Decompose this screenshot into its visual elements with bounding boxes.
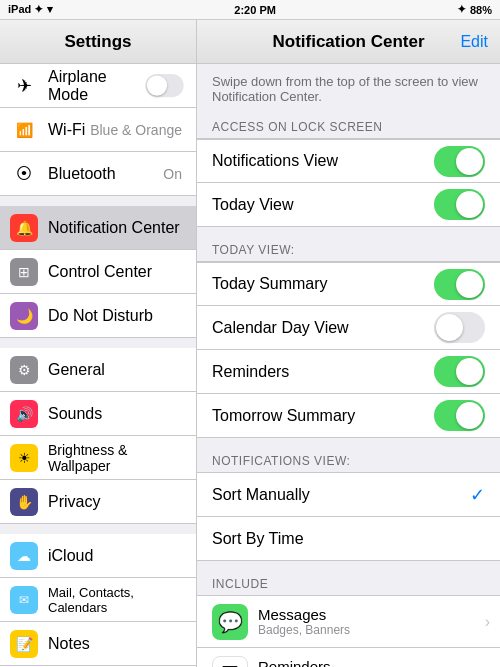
- sidebar-item-brightness[interactable]: ☀ Brightness & Wallpaper: [0, 436, 196, 480]
- brightness-icon: ☀: [10, 444, 38, 472]
- mail-icon: ✉: [10, 586, 38, 614]
- today-summary-toggle[interactable]: [434, 269, 485, 300]
- messages-app-name: Messages: [258, 606, 485, 623]
- wifi-value: Blue & Orange: [90, 122, 182, 138]
- status-bar: iPad ✦ ▾ 2:20 PM ✦ 88%: [0, 0, 500, 20]
- status-battery: 88%: [470, 4, 492, 16]
- messages-include-text: Messages Badges, Banners: [258, 606, 485, 637]
- messages-app-icon: 💬: [212, 604, 248, 640]
- sidebar-label-privacy: Privacy: [48, 493, 186, 511]
- sidebar-item-wifi[interactable]: 📶 Wi-Fi Blue & Orange: [0, 108, 196, 152]
- toggle-label-reminders: Reminders: [212, 363, 434, 381]
- airplane-icon: ✈: [10, 72, 38, 100]
- sidebar-header: Settings: [0, 20, 196, 64]
- sidebar-label-notes: Notes: [48, 635, 186, 653]
- notif-center-icon: 🔔: [10, 214, 38, 242]
- sidebar-item-bluetooth[interactable]: ⦿ Bluetooth On: [0, 152, 196, 196]
- status-right: ✦ 88%: [457, 3, 492, 16]
- sidebar-label-airplane: Airplane Mode: [48, 68, 139, 104]
- toggle-row-tomorrow[interactable]: Tomorrow Summary: [197, 394, 500, 438]
- bluetooth-value: On: [163, 166, 182, 182]
- reminders-include-text: Reminders Badges, Alerts: [258, 658, 485, 667]
- notes-icon: 📝: [10, 630, 38, 658]
- panel-header: Notification Center Edit: [197, 20, 500, 64]
- today-view-toggles: Today Summary Calendar Day View Reminder…: [197, 261, 500, 438]
- sidebar-item-notification-center[interactable]: 🔔 Notification Center: [0, 206, 196, 250]
- main-container: Settings ✈ Airplane Mode 📶 Wi-Fi Blue & …: [0, 20, 500, 667]
- toggle-row-calendar-day[interactable]: Calendar Day View: [197, 306, 500, 350]
- sort-manually-check: ✓: [470, 484, 485, 506]
- toggle-label-notif-view: Notifications View: [212, 152, 434, 170]
- control-center-icon: ⊞: [10, 258, 38, 286]
- sidebar-item-privacy[interactable]: ✋ Privacy: [0, 480, 196, 524]
- sidebar-label-brightness: Brightness & Wallpaper: [48, 442, 186, 474]
- sidebar-item-general[interactable]: ⚙ General: [0, 348, 196, 392]
- sidebar-label-wifi: Wi-Fi: [48, 121, 90, 139]
- toggle-label-tomorrow: Tomorrow Summary: [212, 407, 434, 425]
- today-view-toggle[interactable]: [434, 189, 485, 220]
- toggle-row-today-view[interactable]: Today View: [197, 183, 500, 227]
- status-wifi-icon: ▾: [47, 3, 53, 16]
- sidebar-label-bluetooth: Bluetooth: [48, 165, 163, 183]
- include-messages[interactable]: 💬 Messages Badges, Banners ›: [197, 596, 500, 648]
- sort-by-time-label: Sort By Time: [212, 530, 485, 548]
- status-time: 2:20 PM: [234, 4, 276, 16]
- toggle-row-reminders[interactable]: Reminders: [197, 350, 500, 394]
- reminders-app-name: Reminders: [258, 658, 485, 667]
- include-list: 💬 Messages Badges, Banners › ☰ Reminders…: [197, 595, 500, 667]
- sidebar-label-sounds: Sounds: [48, 405, 186, 423]
- dnd-icon: 🌙: [10, 302, 38, 330]
- sidebar-title: Settings: [64, 32, 131, 52]
- include-reminders[interactable]: ☰ Reminders Badges, Alerts ›: [197, 648, 500, 667]
- sidebar-label-general: General: [48, 361, 186, 379]
- section-header-today: TODAY VIEW:: [197, 237, 500, 261]
- section-header-lockscreen: ACCESS ON LOCK SCREEN: [197, 114, 500, 138]
- lock-screen-toggles: Notifications View Today View: [197, 138, 500, 227]
- sort-by-time-row[interactable]: Sort By Time: [197, 517, 500, 561]
- toggle-row-notifications-view[interactable]: Notifications View: [197, 139, 500, 183]
- status-left: iPad ✦ ▾: [8, 3, 53, 16]
- notif-view-toggle[interactable]: [434, 146, 485, 177]
- toggle-row-today-summary[interactable]: Today Summary: [197, 262, 500, 306]
- sidebar-label-dnd: Do Not Disturb: [48, 307, 186, 325]
- airplane-toggle[interactable]: [145, 74, 183, 97]
- notif-view-sort: Sort Manually ✓ Sort By Time: [197, 472, 500, 561]
- sidebar-item-airplane[interactable]: ✈ Airplane Mode: [0, 64, 196, 108]
- sidebar: Settings ✈ Airplane Mode 📶 Wi-Fi Blue & …: [0, 20, 197, 667]
- toggle-label-today-view: Today View: [212, 196, 434, 214]
- reminders-toggle[interactable]: [434, 356, 485, 387]
- sort-manually-label: Sort Manually: [212, 486, 470, 504]
- edit-button[interactable]: Edit: [460, 33, 488, 51]
- status-bluetooth-icon: ✦: [457, 3, 466, 16]
- calendar-day-toggle[interactable]: [434, 312, 485, 343]
- sidebar-item-icloud[interactable]: ☁ iCloud: [0, 534, 196, 578]
- info-text: Swipe down from the top of the screen to…: [197, 64, 500, 114]
- sidebar-item-sounds[interactable]: 🔊 Sounds: [0, 392, 196, 436]
- icloud-icon: ☁: [10, 542, 38, 570]
- wifi-icon: 📶: [10, 116, 38, 144]
- right-panel: Notification Center Edit Swipe down from…: [197, 20, 500, 667]
- sidebar-label-icloud: iCloud: [48, 547, 186, 565]
- bluetooth-icon: ⦿: [10, 160, 38, 188]
- toggle-label-today-summary: Today Summary: [212, 275, 434, 293]
- reminders-app-icon: ☰: [212, 656, 248, 668]
- messages-app-sub: Badges, Banners: [258, 623, 485, 637]
- sidebar-item-control-center[interactable]: ⊞ Control Center: [0, 250, 196, 294]
- panel-title: Notification Center: [272, 32, 424, 52]
- privacy-icon: ✋: [10, 488, 38, 516]
- section-header-notif-view: NOTIFICATIONS VIEW:: [197, 448, 500, 472]
- panel-content: Swipe down from the top of the screen to…: [197, 64, 500, 667]
- status-signal: iPad ✦: [8, 3, 43, 16]
- messages-chevron-icon: ›: [485, 613, 490, 631]
- sidebar-label-control: Control Center: [48, 263, 186, 281]
- toggle-label-calendar-day: Calendar Day View: [212, 319, 434, 337]
- sidebar-label-mail: Mail, Contacts, Calendars: [48, 585, 186, 615]
- sounds-icon: 🔊: [10, 400, 38, 428]
- section-header-include: INCLUDE: [197, 571, 500, 595]
- sidebar-label-notif: Notification Center: [48, 219, 186, 237]
- sidebar-item-notes[interactable]: 📝 Notes: [0, 622, 196, 666]
- sidebar-item-mail[interactable]: ✉ Mail, Contacts, Calendars: [0, 578, 196, 622]
- sort-manually-row[interactable]: Sort Manually ✓: [197, 473, 500, 517]
- tomorrow-toggle[interactable]: [434, 400, 485, 431]
- sidebar-item-dnd[interactable]: 🌙 Do Not Disturb: [0, 294, 196, 338]
